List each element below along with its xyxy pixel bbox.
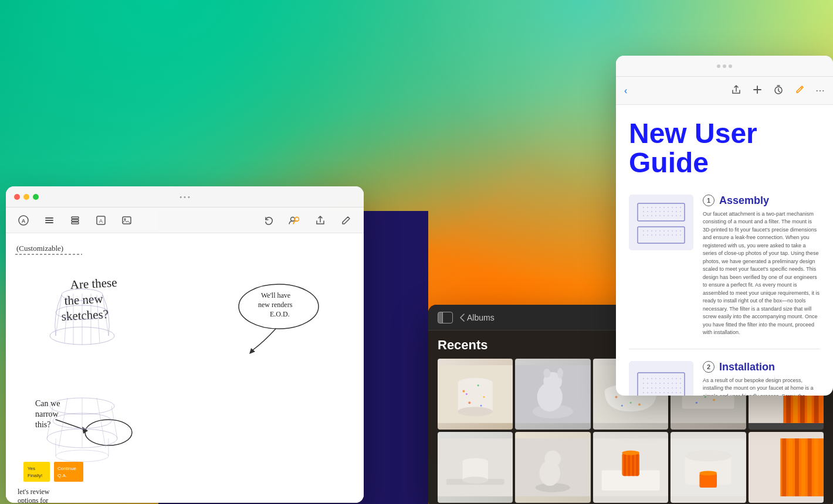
tool-text[interactable]: A [93,212,109,229]
svg-point-258 [462,476,487,483]
svg-point-129 [672,211,673,212]
guide-dot-2 [723,64,726,68]
svg-point-224 [466,393,468,395]
svg-point-147 [659,230,661,231]
svg-text:E.O.D.: E.O.D. [270,310,290,318]
svg-rect-267 [628,453,630,476]
minimize-dot[interactable] [23,194,29,200]
svg-point-192 [672,387,673,389]
svg-point-11 [124,218,126,220]
tool-undo[interactable] [260,212,277,229]
svg-point-137 [663,215,665,216]
photos-back-button[interactable]: Albums [460,313,495,322]
svg-rect-6 [72,219,79,221]
svg-point-156 [655,234,656,236]
svg-point-203 [676,392,677,393]
guide-titlebar [616,56,833,77]
svg-point-201 [668,392,669,393]
svg-point-230 [557,368,563,379]
photo-cell-10[interactable] [749,432,824,503]
svg-point-161 [676,234,677,236]
svg-point-121 [680,207,681,208]
svg-point-174 [680,378,681,379]
guide-section-title-installation: Installation [719,361,775,373]
svg-point-244 [696,402,697,404]
svg-point-190 [663,387,665,389]
svg-point-148 [663,230,665,231]
photos-sidebar-button[interactable] [438,312,453,323]
photo-cell-2[interactable] [515,359,590,430]
svg-rect-281 [801,438,805,496]
svg-point-128 [668,211,669,212]
guide-content: New User Guide [616,105,833,396]
svg-point-119 [672,207,673,208]
svg-point-273 [685,450,732,462]
tool-list[interactable] [41,212,57,229]
svg-point-169 [659,378,661,379]
photo-cell-7[interactable] [515,432,590,503]
svg-point-242 [705,396,706,398]
guide-more-icon[interactable]: ⋯ [815,85,825,96]
photo-cell-6[interactable] [438,432,513,503]
photo-cell-9[interactable] [671,432,746,503]
guide-section-installation-body: 2 Installation As a result of our bespok… [703,361,820,396]
guide-section-assembly: 1 Assembly Our faucet attachment is a tw… [629,195,820,349]
svg-rect-163 [629,361,693,396]
sketch-toolbar: A A [6,207,364,233]
svg-point-220 [478,384,479,386]
tool-collab[interactable] [286,212,303,229]
svg-point-159 [668,234,669,236]
guide-timer-icon[interactable] [773,84,784,97]
close-dot[interactable] [14,194,20,200]
svg-rect-279 [788,438,793,496]
photo-cell-1[interactable] [438,359,513,430]
guide-back-icon[interactable]: ‹ [624,86,627,96]
tool-layers[interactable] [67,212,83,229]
svg-point-138 [668,215,669,216]
svg-text:Yes: Yes [28,466,35,471]
svg-point-197 [651,392,652,393]
svg-point-198 [655,392,656,393]
sketch-window-controls [14,194,39,200]
svg-rect-278 [782,438,786,496]
tool-image[interactable] [118,212,135,229]
svg-point-158 [663,234,665,236]
sketch-window-title-dots: • • • [180,193,190,200]
svg-point-127 [663,211,665,212]
svg-point-170 [663,378,665,379]
sketch-titlebar: • • • [6,186,364,207]
svg-rect-3 [45,220,53,221]
svg-point-188 [655,387,656,389]
svg-point-115 [655,207,656,208]
svg-point-149 [668,230,669,231]
svg-point-275 [700,471,717,475]
photo-cell-8[interactable] [593,432,668,503]
guide-add-icon[interactable] [752,84,763,97]
svg-point-116 [659,207,661,208]
sketch-canvas-area: (Customizable) Are these the new sketche… [6,233,364,503]
svg-point-132 [643,215,644,216]
maximize-dot[interactable] [33,194,39,200]
svg-point-152 [680,230,681,231]
svg-point-122 [643,211,644,212]
svg-text:options for: options for [18,496,48,503]
tool-share[interactable] [312,212,329,229]
guide-window: ‹ ⋯ New User Guide [616,56,833,396]
svg-rect-7 [72,222,79,224]
svg-text:sketches?: sketches? [61,307,109,323]
svg-point-168 [655,378,656,379]
svg-text:A: A [22,218,26,224]
svg-point-123 [647,211,648,212]
svg-point-186 [647,387,648,389]
svg-rect-269 [636,453,638,476]
svg-point-187 [651,387,652,389]
svg-rect-268 [632,453,634,476]
tool-edit[interactable] [338,212,354,229]
svg-text:We'll have: We'll have [261,291,290,299]
guide-pencil-icon[interactable] [794,84,805,97]
svg-point-196 [647,392,648,393]
guide-share-icon[interactable] [731,84,741,97]
guide-section-installation-header: 2 Installation [703,361,820,373]
tool-circle-a[interactable]: A [15,212,32,229]
svg-text:Can we: Can we [35,399,60,408]
